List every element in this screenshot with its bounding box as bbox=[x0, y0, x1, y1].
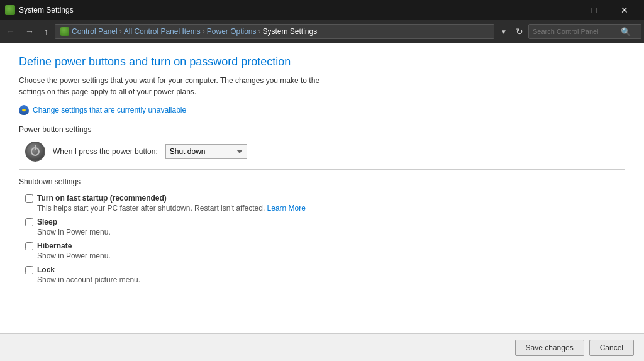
sleep-label[interactable]: Sleep bbox=[37, 218, 57, 226]
fast-startup-desc: This helps start your PC faster after sh… bbox=[37, 204, 625, 213]
app-icon bbox=[5, 5, 15, 15]
page-title: Define power buttons and turn on passwor… bbox=[19, 55, 625, 69]
power-icon-inner bbox=[31, 147, 40, 156]
sleep-item: Sleep Show in Power menu. bbox=[25, 218, 625, 236]
title-bar: System Settings – □ ✕ bbox=[0, 0, 644, 20]
power-button-section-title: Power button settings bbox=[19, 125, 625, 134]
power-button-label: When I press the power button: bbox=[53, 147, 158, 156]
hibernate-item: Hibernate Show in Power menu. bbox=[25, 242, 625, 260]
lock-checkbox[interactable] bbox=[25, 266, 33, 274]
lock-desc: Show in account picture menu. bbox=[37, 275, 625, 284]
sleep-checkbox[interactable] bbox=[25, 218, 33, 226]
breadcrumb-current: System Settings bbox=[262, 27, 317, 36]
search-input[interactable] bbox=[533, 28, 621, 35]
sleep-row: Sleep bbox=[25, 218, 625, 226]
hibernate-label[interactable]: Hibernate bbox=[37, 242, 72, 250]
forward-button[interactable]: → bbox=[21, 24, 38, 39]
hibernate-checkbox[interactable] bbox=[25, 242, 33, 250]
window-controls: – □ ✕ bbox=[550, 0, 639, 20]
sleep-desc: Show in Power menu. bbox=[37, 228, 625, 236]
up-button[interactable]: ↑ bbox=[40, 24, 52, 39]
nav-bar: ← → ↑ Control Panel › All Control Panel … bbox=[0, 20, 644, 43]
power-action-select[interactable]: Shut down Do nothing Sleep Hibernate Tur… bbox=[165, 144, 247, 159]
shield-icon bbox=[19, 105, 29, 115]
fast-startup-item: Turn on fast startup (recommended) This … bbox=[25, 194, 625, 213]
fast-startup-row: Turn on fast startup (recommended) bbox=[25, 194, 625, 203]
change-settings-text[interactable]: Change settings that are currently unava… bbox=[33, 106, 186, 114]
minimize-button[interactable]: – bbox=[550, 0, 579, 20]
fast-startup-checkbox[interactable] bbox=[25, 194, 33, 203]
hibernate-desc: Show in Power menu. bbox=[37, 252, 625, 260]
search-icon: 🔍 bbox=[621, 27, 631, 36]
breadcrumb-icon bbox=[60, 27, 69, 36]
power-button-row: When I press the power button: Shut down… bbox=[25, 142, 625, 162]
cancel-button[interactable]: Cancel bbox=[589, 340, 634, 356]
save-changes-button[interactable]: Save changes bbox=[515, 340, 584, 356]
footer: Save changes Cancel bbox=[0, 333, 644, 361]
change-settings-link[interactable]: Change settings that are currently unava… bbox=[19, 105, 625, 115]
main-content: Define power buttons and turn on passwor… bbox=[0, 43, 644, 351]
breadcrumb-power-options[interactable]: Power Options bbox=[207, 27, 257, 36]
window-title: System Settings bbox=[19, 6, 550, 14]
hibernate-row: Hibernate bbox=[25, 242, 625, 250]
page-description: Choose the power settings that you want … bbox=[19, 75, 346, 97]
address-bar: Control Panel › All Control Panel Items … bbox=[55, 24, 494, 39]
maximize-button[interactable]: □ bbox=[580, 0, 609, 20]
shutdown-section-title: Shutdown settings bbox=[19, 177, 625, 186]
fast-startup-learn-more[interactable]: Learn More bbox=[267, 204, 306, 213]
fast-startup-label[interactable]: Turn on fast startup (recommended) bbox=[37, 194, 167, 203]
back-button[interactable]: ← bbox=[3, 24, 19, 39]
shutdown-settings-section: Shutdown settings Turn on fast startup (… bbox=[19, 177, 625, 284]
refresh-button[interactable]: ↻ bbox=[513, 24, 526, 39]
power-button-section: Power button settings When I press the p… bbox=[19, 125, 625, 170]
lock-row: Lock bbox=[25, 265, 625, 274]
breadcrumb-all-items[interactable]: All Control Panel Items bbox=[124, 27, 201, 36]
lock-item: Lock Show in account picture menu. bbox=[25, 265, 625, 284]
close-button[interactable]: ✕ bbox=[610, 0, 639, 20]
lock-label[interactable]: Lock bbox=[37, 265, 55, 274]
power-icon bbox=[25, 142, 45, 162]
breadcrumb-control-panel[interactable]: Control Panel bbox=[72, 27, 118, 36]
dropdown-button[interactable]: ▼ bbox=[497, 26, 511, 38]
search-box[interactable]: 🔍 bbox=[528, 24, 641, 39]
